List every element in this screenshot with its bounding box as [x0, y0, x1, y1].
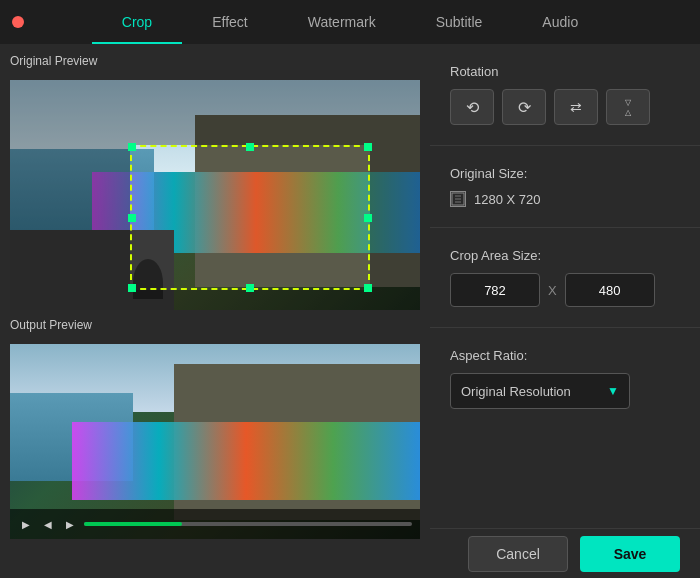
aspect-ratio-value: Original Resolution [461, 384, 571, 399]
crop-area-label: Crop Area Size: [450, 248, 680, 263]
aspect-ratio-dropdown[interactable]: Original Resolution ▼ [450, 373, 630, 409]
tab-subtitle[interactable]: Subtitle [406, 0, 513, 44]
rotation-buttons: ⟲ ⟳ ⇄ ▽ △ [450, 89, 680, 125]
crop-handle-tm[interactable] [246, 143, 254, 151]
divider-1 [430, 145, 700, 146]
crop-handle-tl[interactable] [128, 143, 136, 151]
crop-handle-bl[interactable] [128, 284, 136, 292]
crop-area-section: Crop Area Size: X [450, 248, 680, 307]
crop-handle-tr[interactable] [364, 143, 372, 151]
crop-handle-lm[interactable] [128, 214, 136, 222]
crop-width-input[interactable] [450, 273, 540, 307]
aspect-ratio-label: Aspect Ratio: [450, 348, 680, 363]
progress-bar[interactable] [84, 522, 412, 526]
save-button[interactable]: Save [580, 536, 680, 572]
flip-v-button[interactable]: ▽ △ [606, 89, 650, 125]
crop-handle-br[interactable] [364, 284, 372, 292]
prev-button[interactable]: ◀ [40, 516, 56, 532]
tab-effect[interactable]: Effect [182, 0, 278, 44]
play-button[interactable]: ▶ [18, 516, 34, 532]
original-size-value: 1280 X 720 [474, 192, 541, 207]
original-preview-label: Original Preview [10, 54, 420, 68]
divider-2 [430, 227, 700, 228]
tab-audio[interactable]: Audio [512, 0, 608, 44]
original-size-label: Original Size: [450, 166, 680, 181]
crop-handle-bm[interactable] [246, 284, 254, 292]
flip-h-button[interactable]: ⇄ [554, 89, 598, 125]
tab-crop[interactable]: Crop [92, 0, 182, 44]
crop-handle-rm[interactable] [364, 214, 372, 222]
video-controls: ▶ ◀ ▶ [10, 509, 420, 539]
rotate-ccw-button[interactable]: ⟲ [450, 89, 494, 125]
output-preview-label: Output Preview [10, 318, 420, 332]
rotate-cw-button[interactable]: ⟳ [502, 89, 546, 125]
chevron-down-icon: ▼ [607, 384, 619, 398]
bottom-buttons: Cancel Save [430, 528, 700, 578]
titlebar: Crop Effect Watermark Subtitle Audio [0, 0, 700, 44]
out-graffiti [72, 422, 421, 500]
crop-height-input[interactable] [565, 273, 655, 307]
resize-icon [450, 191, 466, 207]
original-size-section: Original Size: 1280 X 720 [450, 166, 680, 207]
crop-box[interactable] [130, 145, 370, 290]
rotation-label: Rotation [450, 64, 680, 79]
cancel-button[interactable]: Cancel [468, 536, 568, 572]
tab-watermark[interactable]: Watermark [278, 0, 406, 44]
preview-panel: Original Preview Ou [0, 44, 430, 578]
divider-3 [430, 327, 700, 328]
size-display: 1280 X 720 [450, 191, 680, 207]
output-preview: ▶ ◀ ▶ [10, 344, 420, 539]
controls-panel: Rotation ⟲ ⟳ ⇄ ▽ △ [430, 44, 700, 578]
progress-fill [84, 522, 182, 526]
next-button[interactable]: ▶ [62, 516, 78, 532]
tab-bar: Crop Effect Watermark Subtitle Audio [0, 0, 700, 44]
aspect-ratio-section: Aspect Ratio: Original Resolution ▼ [450, 348, 680, 409]
rotation-section: Rotation ⟲ ⟳ ⇄ ▽ △ [450, 64, 680, 125]
main-content: Original Preview Ou [0, 44, 700, 578]
crop-inputs: X [450, 273, 680, 307]
original-preview [10, 80, 420, 310]
crop-separator: X [548, 283, 557, 298]
